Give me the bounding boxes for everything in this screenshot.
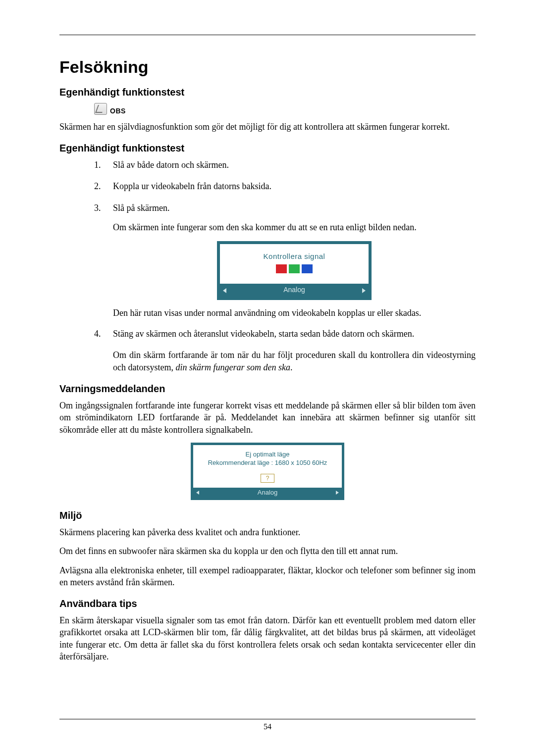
conclusion-italic: din skärm fungerar som den ska: [175, 362, 290, 372]
bottom-rule: [59, 719, 476, 719]
step-list: Slå av både datorn och skärmen. Koppla u…: [94, 159, 476, 340]
signal-dialog-title: Kontrollera signal: [220, 244, 369, 264]
color-swatch-blue: [302, 264, 313, 273]
page-title: Felsökning: [59, 57, 476, 77]
note-icon: [94, 103, 107, 115]
step-3-after: Den här rutan visas under normal användn…: [113, 307, 476, 319]
conclusion-lead: Om din skärm fortfarande är tom när du h…: [113, 350, 476, 372]
page-number: 54: [59, 722, 476, 731]
section-heading-tips: Användbara tips: [59, 598, 476, 609]
env-p2: Om det finns en subwoofer nära skärmen s…: [59, 545, 476, 557]
step-4-text: Stäng av skärmen och återanslut videokab…: [113, 329, 414, 339]
top-rule: [59, 35, 476, 35]
warning-dialog-mid: ?: [193, 471, 342, 488]
step-3-followup: Om skärmen inte fungerar som den ska kom…: [113, 221, 476, 233]
step-3: Slå på skärmen. Om skärmen inte fungerar…: [94, 202, 476, 319]
section-heading-selftest-intro: Egenhändigt funktionstest: [59, 87, 476, 98]
section-heading-selftest-steps: Egenhändigt funktionstest: [59, 143, 476, 154]
step-1-text: Slå av både datorn och skärmen.: [113, 160, 229, 170]
note-label: OBS: [110, 107, 126, 115]
step-4: Stäng av skärmen och återanslut videokab…: [94, 328, 476, 340]
warning-dialog-help-button: ?: [261, 474, 275, 483]
step-1: Slå av både datorn och skärmen.: [94, 159, 476, 171]
signal-dialog-footer: Analog: [220, 284, 369, 297]
section1-paragraph: Skärmen har en självdiagnosfunktion som …: [59, 121, 476, 133]
warning-dialog-footer: Analog: [193, 488, 342, 498]
color-swatch-green: [289, 264, 300, 273]
step-2-text: Koppla ur videokabeln från datorns baksi…: [113, 181, 271, 191]
color-swatch-red: [276, 264, 287, 273]
step-list-conclusion: Om din skärm fortfarande är tom när du h…: [113, 349, 476, 373]
warning-dialog: Ej optimalt läge Rekommenderat läge : 16…: [191, 443, 344, 500]
signal-dialog-colors: [220, 264, 369, 284]
env-p1: Skärmens placering kan påverka dess kval…: [59, 526, 476, 538]
warning-dialog-line2: Rekommenderat läge : 1680 x 1050 60Hz: [208, 459, 327, 466]
conclusion-tail: .: [290, 362, 293, 372]
step-2: Koppla ur videokabeln från datorns baksi…: [94, 180, 476, 193]
step-3-text: Slå på skärmen.: [113, 203, 169, 213]
warning-dialog-line1: Ej optimalt läge: [246, 451, 290, 458]
env-p3: Avlägsna alla elektroniska enheter, till…: [59, 564, 476, 589]
section-heading-warnings: Varningsmeddelanden: [59, 383, 476, 395]
signal-dialog: Kontrollera signal Analog: [217, 241, 372, 300]
section-heading-environment: Miljö: [59, 510, 476, 521]
tips-p1: En skärm återskapar visuella signaler so…: [59, 614, 476, 662]
warnings-paragraph: Om ingångssignalen fortfarande inte fung…: [59, 400, 476, 436]
warning-dialog-text: Ej optimalt läge Rekommenderat läge : 16…: [193, 445, 342, 471]
